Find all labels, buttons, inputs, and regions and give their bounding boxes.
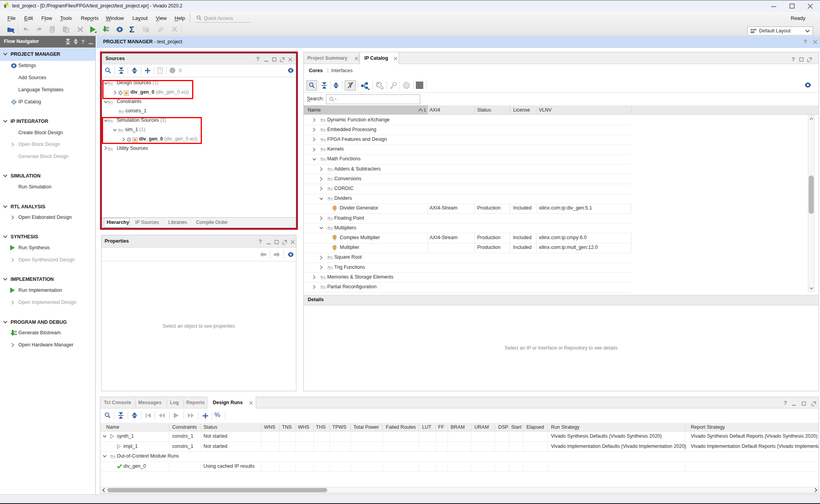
svg-text:10: 10 [106,29,109,32]
svg-text:01: 01 [106,27,109,29]
svg-text:10: 10 [14,333,17,336]
svg-text:01: 01 [14,330,17,333]
svg-text:?: ? [81,39,85,44]
